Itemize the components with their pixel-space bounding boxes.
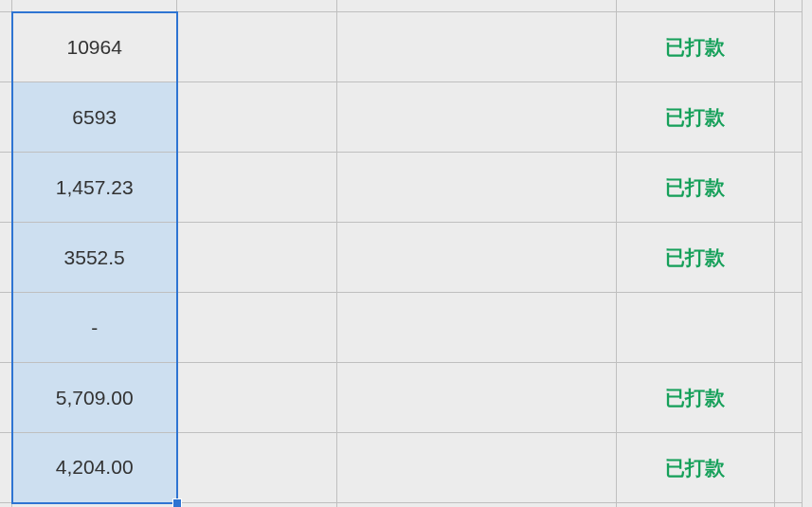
- value-cell[interactable]: 10964: [12, 12, 177, 82]
- cell[interactable]: [177, 503, 337, 508]
- status-cell[interactable]: 已打款: [617, 12, 775, 82]
- table-row[interactable]: -: [0, 293, 803, 363]
- table-row[interactable]: [0, 503, 803, 508]
- table-row[interactable]: 3552.5 已打款: [0, 223, 803, 293]
- cell[interactable]: [774, 153, 802, 223]
- cell[interactable]: [0, 12, 12, 82]
- cell[interactable]: [774, 223, 802, 293]
- cell[interactable]: [337, 0, 617, 12]
- status-cell[interactable]: 已打款: [617, 153, 775, 223]
- cell[interactable]: [0, 0, 12, 12]
- value-cell[interactable]: 4,204.00: [12, 433, 177, 503]
- cell[interactable]: [337, 223, 617, 293]
- table-row[interactable]: 10964 已打款: [0, 12, 803, 82]
- value-cell[interactable]: 1,457.23: [12, 153, 177, 223]
- table-row[interactable]: 6593 已打款: [0, 82, 803, 153]
- status-badge: 已打款: [665, 106, 725, 128]
- cell[interactable]: [337, 293, 617, 363]
- status-badge: 已打款: [665, 457, 725, 479]
- cell[interactable]: [0, 503, 12, 508]
- cell[interactable]: [337, 153, 617, 223]
- cell[interactable]: [774, 82, 802, 153]
- status-cell[interactable]: 已打款: [617, 363, 775, 433]
- cell[interactable]: [774, 293, 802, 363]
- cell[interactable]: [177, 0, 337, 12]
- cell[interactable]: [0, 153, 12, 223]
- cell[interactable]: [617, 503, 775, 508]
- cell[interactable]: [177, 433, 337, 503]
- table-row[interactable]: 1,457.23 已打款: [0, 153, 803, 223]
- cell[interactable]: [0, 433, 12, 503]
- value-cell[interactable]: 6593: [12, 82, 177, 153]
- cell[interactable]: [177, 82, 337, 153]
- cell[interactable]: [177, 293, 337, 363]
- selection-fill-handle[interactable]: [172, 498, 182, 508]
- cell[interactable]: [774, 433, 802, 503]
- value-cell[interactable]: 3552.5: [12, 223, 177, 293]
- status-badge: 已打款: [665, 387, 725, 408]
- cell[interactable]: [774, 0, 802, 12]
- cell[interactable]: [617, 0, 775, 12]
- cell[interactable]: [0, 82, 12, 153]
- cell[interactable]: [337, 82, 617, 153]
- cell[interactable]: [0, 293, 12, 363]
- spreadsheet-grid[interactable]: 10964 已打款 6593 已打款 1,457.23: [0, 0, 803, 507]
- cell[interactable]: [0, 223, 12, 293]
- status-cell[interactable]: [617, 293, 775, 363]
- cell[interactable]: [0, 363, 12, 433]
- status-badge: 已打款: [665, 176, 725, 198]
- value-cell[interactable]: 5,709.00: [12, 363, 177, 433]
- value-cell[interactable]: -: [12, 293, 177, 363]
- cell[interactable]: [12, 503, 177, 508]
- cell[interactable]: [337, 363, 617, 433]
- cell[interactable]: [774, 363, 802, 433]
- status-badge: 已打款: [665, 36, 725, 58]
- table-row[interactable]: [0, 0, 803, 12]
- cell[interactable]: [177, 223, 337, 293]
- cell[interactable]: [177, 153, 337, 223]
- cell[interactable]: [337, 433, 617, 503]
- status-badge: 已打款: [665, 246, 725, 268]
- table-row[interactable]: 4,204.00 已打款: [0, 433, 803, 503]
- cell[interactable]: [177, 12, 337, 82]
- cell[interactable]: [774, 503, 802, 508]
- cell[interactable]: [337, 12, 617, 82]
- status-cell[interactable]: 已打款: [617, 433, 775, 503]
- status-cell[interactable]: 已打款: [617, 82, 775, 153]
- status-cell[interactable]: 已打款: [617, 223, 775, 293]
- cell[interactable]: [12, 0, 177, 12]
- cell[interactable]: [177, 363, 337, 433]
- table-row[interactable]: 5,709.00 已打款: [0, 363, 803, 433]
- spreadsheet-viewport[interactable]: 10964 已打款 6593 已打款 1,457.23: [0, 0, 812, 507]
- cell[interactable]: [774, 12, 802, 82]
- cell[interactable]: [337, 503, 617, 508]
